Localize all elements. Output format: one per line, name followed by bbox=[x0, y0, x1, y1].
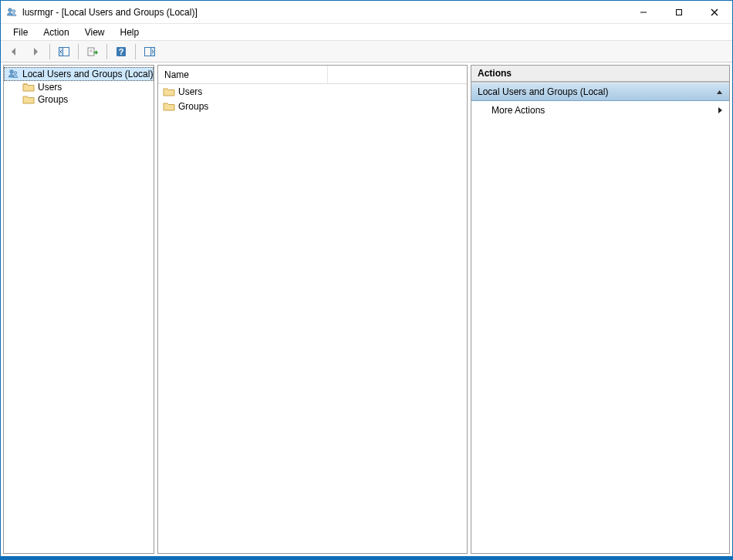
tree-item-label: Users bbox=[38, 82, 62, 93]
close-button[interactable] bbox=[697, 1, 732, 23]
list-item-groups[interactable]: Groups bbox=[158, 99, 467, 113]
toolbar: ? bbox=[1, 41, 732, 62]
submenu-arrow-icon bbox=[717, 106, 723, 114]
tree-item-label: Groups bbox=[38, 94, 68, 105]
actions-pane: Actions Local Users and Groups (Local) M… bbox=[471, 65, 730, 554]
folder-icon bbox=[163, 86, 175, 97]
toolbar-separator bbox=[49, 44, 50, 59]
svg-rect-7 bbox=[59, 47, 63, 56]
menu-help[interactable]: Help bbox=[113, 25, 147, 39]
forward-button[interactable] bbox=[25, 42, 46, 61]
svg-rect-3 bbox=[677, 9, 682, 15]
tree-root-item[interactable]: Local Users and Groups (Local) bbox=[4, 67, 154, 81]
svg-text:?: ? bbox=[119, 47, 124, 56]
window-bottom-border bbox=[1, 556, 732, 559]
column-header-name[interactable]: Name bbox=[158, 66, 328, 83]
back-button[interactable] bbox=[4, 42, 24, 61]
actions-pane-title: Actions bbox=[471, 66, 729, 83]
svg-point-16 bbox=[14, 72, 17, 75]
console-tree[interactable]: Local Users and Groups (Local) Users Gro… bbox=[3, 65, 154, 554]
actions-section-header[interactable]: Local Users and Groups (Local) bbox=[471, 83, 729, 101]
list-item-label: Groups bbox=[178, 101, 208, 112]
export-list-button[interactable] bbox=[83, 42, 103, 61]
app-icon bbox=[5, 6, 18, 19]
actions-item-more-actions[interactable]: More Actions bbox=[471, 101, 729, 120]
main-area: Local Users and Groups (Local) Users Gro… bbox=[1, 62, 732, 556]
list-item-users[interactable]: Users bbox=[158, 84, 467, 99]
collapse-icon bbox=[716, 89, 723, 96]
window-controls bbox=[626, 1, 732, 23]
column-header-blank[interactable] bbox=[328, 66, 467, 83]
svg-point-15 bbox=[10, 70, 14, 74]
tree-item-users[interactable]: Users bbox=[4, 81, 154, 93]
show-hide-action-pane-button[interactable] bbox=[140, 42, 160, 61]
help-button[interactable]: ? bbox=[111, 42, 131, 61]
tree-root-label: Local Users and Groups (Local) bbox=[22, 69, 153, 79]
svg-point-0 bbox=[8, 8, 12, 12]
toolbar-separator bbox=[106, 44, 107, 59]
actions-item-label: More Actions bbox=[491, 105, 545, 116]
minimize-button[interactable] bbox=[626, 1, 661, 23]
toolbar-separator bbox=[135, 44, 136, 59]
svg-rect-14 bbox=[151, 47, 155, 56]
svg-point-1 bbox=[12, 9, 15, 12]
menu-action[interactable]: Action bbox=[35, 25, 76, 39]
list-header: Name bbox=[158, 66, 467, 84]
maximize-button[interactable] bbox=[661, 1, 697, 23]
users-groups-icon bbox=[7, 68, 19, 80]
window-title: lusrmgr - [Local Users and Groups (Local… bbox=[22, 7, 198, 18]
menu-view[interactable]: View bbox=[77, 25, 113, 39]
folder-icon bbox=[22, 94, 35, 105]
toolbar-separator bbox=[78, 44, 79, 59]
list-view[interactable]: Name Users Groups bbox=[157, 65, 468, 554]
list-body: Users Groups bbox=[158, 84, 467, 113]
menu-file[interactable]: File bbox=[5, 25, 35, 39]
folder-icon bbox=[163, 101, 175, 112]
title-bar: lusrmgr - [Local Users and Groups (Local… bbox=[1, 1, 732, 24]
actions-section-title: Local Users and Groups (Local) bbox=[478, 86, 608, 97]
folder-icon bbox=[22, 82, 35, 93]
menu-bar: File Action View Help bbox=[1, 24, 732, 41]
show-hide-console-tree-button[interactable] bbox=[54, 42, 74, 61]
list-item-label: Users bbox=[178, 86, 202, 97]
tree-item-groups[interactable]: Groups bbox=[4, 93, 154, 106]
